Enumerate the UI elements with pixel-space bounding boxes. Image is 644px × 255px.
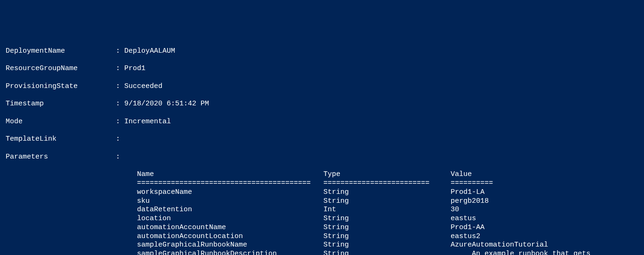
- field-label: Parameters: [6, 153, 99, 162]
- params-row: sampleGraphicalRunbookName String AzureA…: [6, 241, 638, 250]
- params-row: automationAccountName String Prod1-AA: [6, 223, 638, 232]
- field-value: Prod1: [124, 64, 145, 73]
- params-row: automationAccountLocation String eastus2: [6, 232, 638, 241]
- params-row: sampleGraphicalRunbookDescription String…: [6, 250, 638, 255]
- params-header: Name Type Value: [6, 170, 638, 179]
- field-mode: Mode : Incremental: [6, 118, 638, 127]
- field-resourcegroupname: ResourceGroupName : Prod1: [6, 64, 638, 73]
- params-row: location String eastus: [6, 215, 638, 223]
- field-value: Incremental: [124, 118, 171, 127]
- field-label: Mode: [6, 118, 99, 127]
- field-deploymentname: DeploymentName : DeployAALAUM: [6, 47, 638, 56]
- field-label: Timestamp: [6, 100, 99, 109]
- params-row: sku String pergb2018: [6, 197, 638, 206]
- field-value: 9/18/2020 6:51:42 PM: [124, 100, 209, 109]
- separator: :: [99, 153, 124, 162]
- field-value: DeployAALAUM: [124, 47, 175, 56]
- terminal-output: DeploymentName : DeployAALAUM ResourceGr…: [6, 38, 638, 255]
- separator: :: [99, 100, 124, 109]
- field-label: ResourceGroupName: [6, 64, 99, 73]
- separator: :: [99, 64, 124, 73]
- field-value: Succeeded: [124, 82, 162, 91]
- field-parameters: Parameters :: [6, 153, 638, 162]
- separator: :: [99, 135, 124, 144]
- field-provisioningstate: ProvisioningState : Succeeded: [6, 82, 638, 91]
- separator: :: [99, 47, 124, 56]
- parameters-table: Name Type Value ========================…: [6, 170, 638, 255]
- params-divider: ========================================…: [6, 179, 638, 188]
- field-timestamp: Timestamp : 9/18/2020 6:51:42 PM: [6, 100, 638, 109]
- params-row: workspaceName String Prod1-LA: [6, 188, 638, 197]
- separator: :: [99, 82, 124, 91]
- params-row: dataRetention Int 30: [6, 206, 638, 215]
- field-label: DeploymentName: [6, 47, 99, 56]
- separator: :: [99, 118, 124, 127]
- field-label: ProvisioningState: [6, 82, 99, 91]
- field-templatelink: TemplateLink :: [6, 135, 638, 144]
- field-label: TemplateLink: [6, 135, 99, 144]
